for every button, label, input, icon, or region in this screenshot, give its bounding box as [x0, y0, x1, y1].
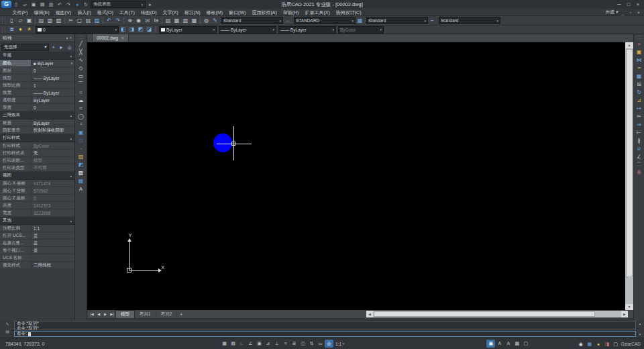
command-scrollbar[interactable]: ▴ ▾	[637, 321, 643, 336]
palette-pin-icon[interactable]: ▾	[66, 36, 68, 40]
first-layout-button[interactable]: |◀	[89, 311, 95, 317]
appearance-dropdown[interactable]: 外观	[606, 9, 614, 15]
polar-toggle[interactable]: ∠	[246, 340, 255, 348]
layout-tab[interactable]: 模型	[115, 310, 135, 318]
properties-palette-icon[interactable]: ▤	[164, 17, 172, 25]
circle-icon[interactable]: ○	[76, 89, 86, 97]
menu-item[interactable]: 工具(T)	[116, 9, 138, 16]
add-layout-button[interactable]: +	[177, 311, 185, 317]
redo-icon[interactable]: ↷	[64, 1, 72, 8]
cycle-toggle[interactable]: ⇅	[307, 340, 316, 348]
auto-annotation-toggle[interactable]: A	[504, 340, 513, 348]
rotate-icon[interactable]: ↻	[634, 89, 644, 97]
toolbar-grip[interactable]	[78, 36, 84, 39]
ellipse-arc-icon[interactable]: ◔	[76, 121, 86, 129]
selection-dropdown[interactable]: 无选择 ▾	[1, 44, 49, 51]
refresh-icon[interactable]: ↻	[82, 1, 90, 8]
command-pencil-icon[interactable]: ✎	[5, 321, 9, 327]
scroll-down-icon[interactable]: ▾	[639, 332, 641, 336]
extend-icon[interactable]: ⇒	[634, 121, 644, 129]
property-row[interactable]: 打印样式表 无	[0, 150, 74, 157]
vertical-scroll-thumb[interactable]	[626, 49, 633, 277]
linetype-combo[interactable]: —— ByLayer ▾	[219, 26, 276, 34]
property-row[interactable]: 宽度 3223698	[0, 209, 74, 217]
table-style-combo[interactable]: Standard ▾	[366, 17, 428, 24]
menu-item[interactable]: 格式(O)	[94, 9, 116, 16]
spline-icon[interactable]: ≈	[76, 105, 86, 113]
zoom-realtime-icon[interactable]: ◉	[134, 17, 143, 25]
publish-icon[interactable]: ▧	[54, 17, 63, 25]
property-row[interactable]: 高度 1412323	[0, 202, 74, 209]
section-header[interactable]: 其他 ▴	[0, 217, 74, 225]
plot-preview-icon[interactable]: ▥	[46, 17, 54, 25]
dim-style-combo[interactable]: STANDARD ▾	[294, 17, 356, 24]
gradient-icon[interactable]: ◩	[76, 161, 86, 169]
pickadd-toggle-icon[interactable]: +	[50, 44, 57, 51]
property-row[interactable]: 圆心 X 坐标 1371474	[0, 180, 74, 187]
menu-item[interactable]: 编辑(E)	[31, 9, 52, 16]
property-row[interactable]: 视觉样式 二维线框	[0, 262, 74, 269]
arc-icon[interactable]: ⌒	[76, 81, 86, 89]
status-record-icon[interactable]: ◉	[577, 340, 584, 348]
layout-tab[interactable]: 布局1	[135, 311, 156, 318]
workspace-toggle[interactable]: ▩	[513, 340, 521, 348]
layer-on-icon[interactable]: ●	[16, 26, 25, 34]
horizontal-scrollbar[interactable]: ◀ ▶	[366, 311, 628, 317]
text-style-combo[interactable]: Standard ▾	[221, 17, 283, 24]
child-close-button[interactable]: ×	[635, 10, 642, 15]
status-help-icon[interactable]: ◨	[603, 340, 610, 348]
menu-item[interactable]: 绘图(D)	[138, 9, 160, 16]
close-button[interactable]: ×	[633, 1, 643, 8]
property-row[interactable]: 每个视口... 是	[0, 247, 74, 254]
horizontal-scroll-thumb[interactable]	[374, 311, 595, 317]
snap-toggle[interactable]: ▦	[220, 340, 229, 348]
new-icon[interactable]: ▯	[7, 17, 16, 25]
clean-screen-toggle[interactable]: ▢	[521, 340, 530, 348]
property-row[interactable]: 线型比例 1	[0, 82, 74, 89]
last-layout-button[interactable]: ▶|	[109, 311, 115, 317]
annotation-visibility-toggle[interactable]: A	[495, 340, 504, 348]
undo-icon[interactable]: ↶	[105, 17, 113, 25]
open-icon[interactable]: ▱	[16, 17, 25, 25]
layer-previous-icon[interactable]: ◨	[127, 26, 136, 34]
status-bulb-icon[interactable]: ●	[594, 340, 602, 348]
properties-palette-header[interactable]: 特性 ▾×	[0, 34, 74, 42]
property-row[interactable]: UCS 名称	[0, 254, 74, 262]
property-row[interactable]: 线宽 —— ByLayer	[0, 89, 74, 97]
property-row[interactable]: 在原点显... 是	[0, 240, 74, 247]
menu-item[interactable]: 插入(I)	[74, 9, 95, 16]
menu-item[interactable]: 协同设计(C)	[333, 9, 364, 16]
prev-layout-button[interactable]: ◀	[95, 311, 102, 317]
palette-close-icon[interactable]: ×	[69, 36, 72, 40]
drawn-circle[interactable]	[213, 134, 232, 152]
status-grid-icon[interactable]: ▦	[586, 340, 593, 348]
point-icon[interactable]: ∙	[76, 145, 86, 153]
command-window-icon[interactable]: ▤	[5, 329, 9, 334]
menu-item[interactable]: 扩展工具(X)	[302, 9, 333, 16]
menu-item[interactable]: 文字(X)	[160, 9, 181, 16]
toolbar-grip[interactable]	[2, 17, 5, 23]
command-input[interactable]: 命令:	[14, 331, 636, 337]
workspace-dropdown[interactable]: 传统界面 ▾	[91, 1, 146, 8]
command-history[interactable]: 命令:*取消*命令:*取消*	[14, 321, 636, 330]
property-row[interactable]: 圆心 Y 坐标 572562	[0, 187, 74, 195]
break-icon[interactable]: ∦	[634, 137, 644, 145]
erase-icon[interactable]: ×	[634, 40, 644, 48]
scroll-up-icon[interactable]: ▴	[639, 321, 641, 326]
next-layout-button[interactable]: ▶	[102, 311, 109, 317]
pan-icon[interactable]: ⊕	[125, 17, 134, 25]
zoom-previous-icon[interactable]: ⊟	[152, 17, 160, 25]
minimize-button[interactable]: ─	[614, 1, 624, 8]
array-icon[interactable]: ▦	[634, 72, 644, 81]
undo-icon[interactable]: ↶	[56, 1, 64, 8]
rectangle-icon[interactable]: ▭	[76, 72, 86, 81]
menu-item[interactable]: 帮助(H)	[280, 9, 302, 16]
section-header[interactable]: 视图 ▴	[0, 172, 74, 180]
property-row[interactable]: 打印表附... 模型	[0, 157, 74, 164]
property-row[interactable]: 颜色 ■ ByLayer ▾	[0, 60, 74, 67]
quick-properties-toggle[interactable]: ▭	[316, 340, 325, 348]
copy-icon[interactable]: ▣	[634, 48, 644, 56]
make-block-icon[interactable]: □	[76, 137, 86, 145]
open-icon[interactable]: ▱	[21, 1, 29, 8]
print-icon[interactable]: ▤	[38, 1, 46, 8]
